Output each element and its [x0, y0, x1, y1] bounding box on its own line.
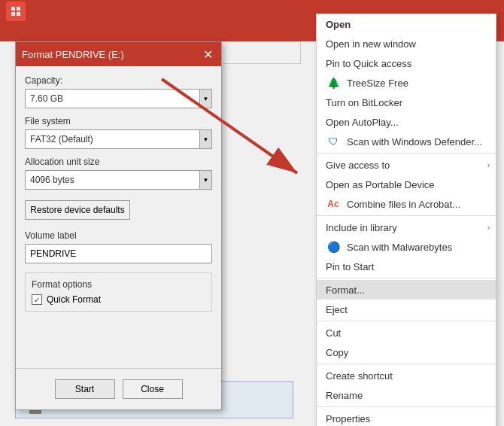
menu-item-copy[interactable]: Copy [317, 342, 496, 362]
dialog-title: Format PENDRIVE (E:) [22, 49, 124, 60]
menu-cut-label: Cut [326, 327, 341, 339]
menu-open-new-window-label: Open in new window [326, 38, 416, 50]
menu-malwarebytes-label: Scan with Malwarebytes [347, 242, 452, 253]
dialog-titlebar: Format PENDRIVE (E:) ✕ [16, 42, 221, 66]
start-format-button[interactable]: Start [55, 379, 115, 399]
menu-library-label: Include in library [326, 222, 397, 233]
filesystem-value: FAT32 (Default) [30, 134, 93, 145]
library-submenu-arrow: › [487, 224, 490, 232]
format-options-group: Format options Quick Format [25, 272, 212, 312]
quick-format-row: Quick Format [32, 294, 205, 305]
menu-autoplay-label: Open AutoPlay... [326, 117, 399, 128]
menu-item-eject[interactable]: Eject [317, 300, 496, 319]
volume-label-text: Volume label [25, 230, 212, 241]
start-btn-label: Start [75, 384, 94, 394]
format-dialog: Format PENDRIVE (E:) ✕ Capacity: 7.60 GB… [15, 41, 222, 410]
context-menu: Open Open in new window Pin to Quick acc… [316, 14, 496, 426]
menu-item-malwarebytes[interactable]: 🔵 Scan with Malwarebytes [317, 237, 496, 257]
capacity-value: 7.60 GB [30, 93, 63, 104]
menu-item-library[interactable]: Include in library › [317, 218, 496, 237]
svg-rect-3 [17, 12, 20, 16]
menu-pin-quick-label: Pin to Quick access [326, 58, 411, 69]
svg-rect-2 [11, 12, 15, 16]
menu-item-portable[interactable]: Open as Portable Device [317, 175, 496, 194]
menu-portable-label: Open as Portable Device [326, 179, 435, 190]
menu-item-open[interactable]: Open [317, 14, 496, 34]
filesystem-arrow: ▼ [199, 130, 211, 148]
menu-bitlocker-label: Turn on BitLocker [326, 97, 402, 108]
menu-create-shortcut-label: Create shortcut [326, 370, 393, 382]
menu-item-defender[interactable]: 🛡 Scan with Windows Defender... [317, 132, 496, 151]
menu-item-bitlocker[interactable]: Turn on BitLocker [317, 93, 496, 112]
menu-copy-label: Copy [326, 347, 348, 358]
dialog-footer: Start Close [16, 368, 221, 409]
menu-open-label: Open [326, 19, 351, 30]
dialog-close-button[interactable]: ✕ [200, 47, 215, 62]
menu-item-properties[interactable]: Properties [317, 409, 496, 426]
menu-item-pin-quick[interactable]: Pin to Quick access [317, 53, 496, 73]
menu-item-open-new-window[interactable]: Open in new window [317, 34, 496, 53]
menu-properties-label: Properties [326, 413, 370, 424]
menu-item-rename[interactable]: Rename [317, 385, 496, 405]
menu-acrobat-label: Combine files in Acrobat... [347, 199, 460, 210]
treesize-icon: 🌲 [326, 75, 341, 90]
close-dialog-button[interactable]: Close [123, 379, 183, 399]
menu-sep-1 [317, 153, 496, 154]
allocation-label: Allocation unit size [25, 157, 212, 167]
filesystem-label: File system [25, 116, 212, 126]
svg-rect-0 [11, 7, 15, 11]
menu-format-label: Format... [326, 285, 365, 296]
menu-give-access-label: Give access to [326, 160, 390, 171]
malwarebytes-icon: 🔵 [326, 239, 341, 254]
menu-sep-4 [317, 321, 496, 321]
restore-btn-label: Restore device defaults [30, 205, 124, 215]
menu-item-give-access[interactable]: Give access to › [317, 155, 496, 175]
menu-item-autoplay[interactable]: Open AutoPlay... [317, 112, 496, 132]
menu-sep-3 [317, 278, 496, 278]
restore-defaults-button[interactable]: Restore device defaults [25, 200, 130, 220]
capacity-label: Capacity: [25, 75, 212, 86]
dialog-body: Capacity: 7.60 GB ▼ File system FAT32 (D… [16, 66, 221, 321]
menu-eject-label: Eject [326, 304, 348, 315]
menu-item-pin-start[interactable]: Pin to Start [317, 257, 496, 276]
start-button[interactable] [6, 2, 26, 21]
filesystem-dropdown[interactable]: FAT32 (Default) ▼ [25, 129, 212, 149]
format-options-label: Format options [32, 279, 205, 290]
menu-treesize-label: TreeSize Free [347, 78, 408, 89]
quick-format-checkbox[interactable] [32, 294, 42, 305]
menu-item-cut[interactable]: Cut [317, 323, 496, 342]
allocation-value: 4096 bytes [30, 175, 74, 185]
menu-pin-start-label: Pin to Start [326, 261, 374, 272]
allocation-arrow: ▼ [199, 171, 211, 189]
capacity-dropdown[interactable]: 7.60 GB ▼ [25, 89, 212, 108]
menu-sep-2 [317, 215, 496, 216]
acrobat-icon: Ac [326, 196, 341, 211]
menu-rename-label: Rename [326, 390, 363, 401]
menu-item-acrobat[interactable]: Ac Combine files in Acrobat... [317, 194, 496, 214]
menu-defender-label: Scan with Windows Defender... [347, 136, 482, 148]
volume-label-input[interactable] [25, 244, 212, 263]
close-btn-label: Close [141, 384, 164, 394]
menu-item-format[interactable]: Format... [317, 280, 496, 300]
defender-icon: 🛡 [326, 134, 341, 149]
capacity-arrow: ▼ [199, 90, 211, 108]
menu-sep-6 [317, 406, 496, 407]
allocation-dropdown[interactable]: 4096 bytes ▼ [25, 170, 212, 190]
menu-sep-5 [317, 364, 496, 364]
menu-item-create-shortcut[interactable]: Create shortcut [317, 366, 496, 385]
give-access-submenu-arrow: › [487, 161, 490, 169]
quick-format-label: Quick Format [47, 294, 101, 305]
svg-rect-1 [17, 7, 20, 11]
menu-item-treesize[interactable]: 🌲 TreeSize Free [317, 73, 496, 93]
